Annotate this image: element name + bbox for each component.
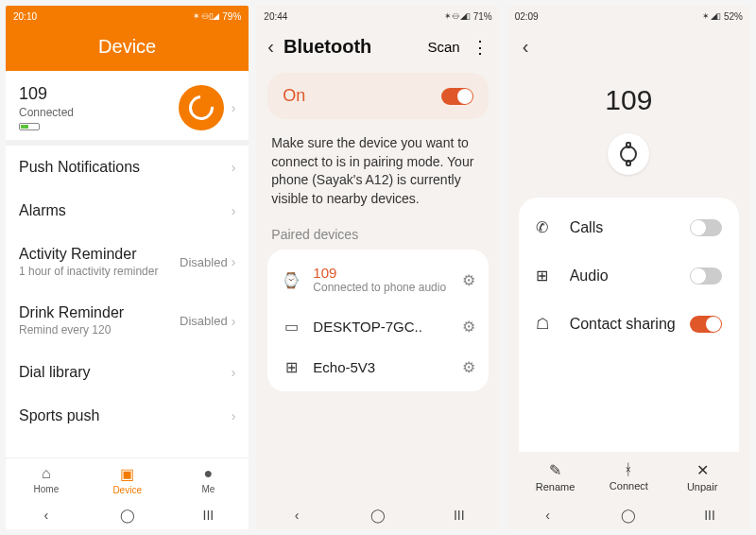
device-name: DESKTOP-7GC.. — [313, 319, 461, 335]
status-battery: 52% — [724, 11, 743, 22]
contact-icon: ☖ — [536, 315, 557, 333]
status-battery: 79% — [222, 11, 241, 22]
nav-label: Me — [202, 484, 215, 494]
device-name: Echo-5V3 — [313, 359, 461, 375]
chevron-right-icon: › — [232, 160, 236, 175]
device-summary[interactable]: 109 Connected › — [6, 71, 249, 140]
menu-value: Disabled — [180, 314, 228, 328]
system-nav: ‹ ◯ III — [256, 501, 499, 529]
device-sub: Connected to phone audio — [313, 281, 461, 294]
menu-label: Dial library — [19, 364, 232, 381]
chevron-right-icon: › — [232, 408, 236, 423]
menu-push-notifications[interactable]: Push Notifications › — [6, 146, 249, 189]
home-button[interactable]: ◯ — [118, 508, 137, 523]
nav-home[interactable]: ⌂Home — [6, 458, 87, 501]
nav-me[interactable]: ●Me — [168, 458, 249, 501]
toggle-switch-icon[interactable] — [690, 316, 722, 333]
menu-sub: Remind every 120 — [19, 323, 180, 337]
back-button[interactable]: ‹ — [539, 508, 558, 523]
chevron-right-icon: › — [232, 203, 236, 218]
more-button[interactable]: ⋮ — [472, 37, 489, 58]
home-button[interactable]: ◯ — [369, 508, 387, 523]
action-bar: ✎Rename ᚼConnect ✕Unpair — [519, 452, 739, 501]
battery-icon — [19, 123, 40, 130]
menu-sports-push[interactable]: Sports push › — [6, 394, 249, 430]
bluetooth-icon: ᚼ — [624, 461, 633, 478]
connect-button[interactable]: ᚼConnect — [592, 452, 665, 501]
grid-icon: ⊞ — [281, 358, 301, 376]
header: ‹ Bluetooth Scan ⋮ — [256, 26, 499, 67]
grid-icon: ⊞ — [536, 267, 557, 285]
device-name: 109 — [313, 265, 461, 281]
chevron-right-icon: › — [232, 314, 236, 329]
back-button[interactable]: ‹ — [287, 508, 306, 523]
unpair-icon: ✕ — [696, 461, 709, 479]
option-label: Contact sharing — [570, 316, 690, 333]
status-bar: 02:09 ✶ ◢▯52% — [507, 6, 750, 26]
rename-button[interactable]: ✎Rename — [519, 452, 593, 501]
menu-alarms[interactable]: Alarms › — [6, 189, 249, 233]
status-icons: ✶ ⦵ ◢▯ — [444, 11, 470, 22]
option-contact-sharing[interactable]: ☖ Contact sharing — [519, 300, 739, 348]
device-name: 109 — [507, 84, 750, 116]
device-icon-wrap — [507, 133, 750, 175]
device-status: Connected — [19, 106, 179, 119]
chevron-right-icon: › — [232, 254, 236, 269]
recents-button[interactable]: III — [450, 508, 469, 523]
toggle-switch-icon[interactable] — [690, 268, 722, 285]
toggle-switch-icon[interactable] — [690, 219, 722, 236]
paired-device-row[interactable]: ⊞ Echo-5V3 ⚙ — [267, 347, 488, 388]
menu-label: Drink Reminder — [19, 304, 180, 321]
home-icon: ⌂ — [42, 465, 51, 482]
back-button[interactable]: ‹ — [267, 36, 274, 58]
status-bar: 20:10 ✶ ⦵ ▯◢79% — [6, 6, 249, 26]
menu-drink-reminder[interactable]: Drink Reminder Remind every 120 Disabled… — [6, 291, 249, 350]
paired-device-row[interactable]: ▭ DESKTOP-7GC.. ⚙ — [267, 306, 488, 347]
toggle-switch-icon[interactable] — [441, 88, 473, 105]
action-label: Rename — [536, 481, 576, 492]
back-button[interactable]: ‹ — [523, 36, 529, 57]
page-title: Bluetooth — [284, 36, 427, 58]
status-time: 02:09 — [515, 11, 539, 22]
action-label: Connect — [610, 480, 648, 492]
nav-device[interactable]: ▣Device — [87, 458, 168, 501]
back-button[interactable]: ‹ — [37, 508, 56, 523]
menu-label: Push Notifications — [19, 159, 232, 176]
system-nav: ‹ ◯ III — [6, 501, 249, 529]
gear-icon[interactable]: ⚙ — [462, 358, 475, 376]
menu-value: Disabled — [180, 255, 228, 269]
status-icons: ✶ ⦵ ▯◢ — [193, 11, 218, 22]
device-name: 109 — [19, 84, 179, 104]
gear-icon[interactable]: ⚙ — [462, 271, 475, 289]
nav-label: Device — [112, 485, 142, 495]
option-calls[interactable]: ✆ Calls — [519, 203, 739, 251]
paired-device-row[interactable]: ⌚ 109 Connected to phone audio ⚙ — [267, 253, 488, 305]
system-nav: ‹ ◯ III — [507, 501, 750, 529]
status-time: 20:44 — [264, 11, 287, 22]
unpair-button[interactable]: ✕Unpair — [665, 452, 739, 501]
watch-icon: ⌚ — [281, 271, 301, 289]
recents-button[interactable]: III — [700, 508, 719, 523]
device-detail-screen: 02:09 ✶ ◢▯52% ‹ 109 ✆ Calls ⊞ Audio ☖ Co… — [507, 6, 750, 529]
visibility-info: Make sure the device you want to connect… — [256, 129, 499, 221]
menu-sub: 1 hour of inactivity reminder — [19, 265, 180, 278]
gear-icon[interactable]: ⚙ — [462, 318, 475, 336]
chevron-right-icon: › — [232, 100, 236, 115]
bluetooth-settings-screen: 20:44 ✶ ⦵ ◢▯71% ‹ Bluetooth Scan ⋮ On Ma… — [256, 6, 499, 529]
status-bar: 20:44 ✶ ⦵ ◢▯71% — [256, 6, 499, 26]
status-icons: ✶ ◢▯ — [702, 11, 720, 21]
menu-label: Alarms — [19, 202, 232, 219]
menu-dial-library[interactable]: Dial library › — [6, 351, 249, 394]
laptop-icon: ▭ — [281, 318, 301, 336]
device-app-screen: 20:10 ✶ ⦵ ▯◢79% Device 109 Connected › P… — [6, 6, 249, 529]
watch-icon — [620, 146, 637, 163]
bottom-nav: ⌂Home ▣Device ●Me — [6, 457, 249, 501]
scan-button[interactable]: Scan — [427, 39, 459, 55]
recents-button[interactable]: III — [198, 508, 217, 523]
option-audio[interactable]: ⊞ Audio — [519, 251, 739, 300]
home-button[interactable]: ◯ — [619, 508, 638, 523]
device-icon: ▣ — [120, 465, 134, 483]
menu-activity-reminder[interactable]: Activity Reminder 1 hour of inactivity r… — [6, 233, 249, 291]
bluetooth-toggle-row[interactable]: On — [267, 73, 488, 119]
option-label: Audio — [570, 268, 690, 285]
